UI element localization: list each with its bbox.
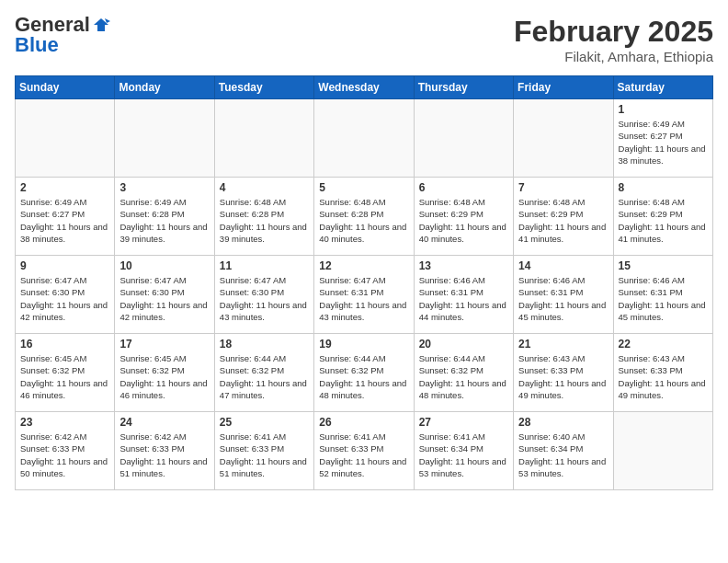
calendar-cell: 7Sunrise: 6:48 AMSunset: 6:29 PMDaylight… — [514, 178, 613, 256]
calendar-cell: 1Sunrise: 6:49 AMSunset: 6:27 PMDaylight… — [613, 99, 712, 178]
weekday-header-friday: Friday — [514, 76, 613, 99]
day-info: Sunrise: 6:42 AMSunset: 6:33 PMDaylight:… — [20, 431, 109, 479]
day-number: 24 — [119, 416, 209, 429]
day-info: Sunrise: 6:40 AMSunset: 6:34 PMDaylight:… — [518, 431, 608, 479]
calendar-cell: 24Sunrise: 6:42 AMSunset: 6:33 PMDayligh… — [115, 412, 214, 490]
calendar-cell: 17Sunrise: 6:45 AMSunset: 6:32 PMDayligh… — [115, 334, 214, 412]
day-info: Sunrise: 6:47 AMSunset: 6:30 PMDaylight:… — [119, 274, 209, 323]
weekday-header-saturday: Saturday — [613, 76, 712, 99]
day-number: 7 — [518, 181, 608, 194]
week-row-5: 23Sunrise: 6:42 AMSunset: 6:33 PMDayligh… — [16, 412, 713, 490]
calendar-cell: 12Sunrise: 6:47 AMSunset: 6:31 PMDayligh… — [314, 256, 414, 334]
calendar-cell: 2Sunrise: 6:49 AMSunset: 6:27 PMDaylight… — [16, 178, 115, 256]
day-info: Sunrise: 6:43 AMSunset: 6:33 PMDaylight:… — [518, 352, 608, 401]
calendar-cell: 22Sunrise: 6:43 AMSunset: 6:33 PMDayligh… — [613, 334, 712, 412]
day-info: Sunrise: 6:44 AMSunset: 6:32 PMDaylight:… — [319, 352, 408, 401]
day-info: Sunrise: 6:49 AMSunset: 6:28 PMDaylight:… — [119, 196, 209, 245]
calendar-cell: 3Sunrise: 6:49 AMSunset: 6:28 PMDaylight… — [115, 178, 214, 256]
week-row-3: 9Sunrise: 6:47 AMSunset: 6:30 PMDaylight… — [16, 256, 713, 334]
day-info: Sunrise: 6:46 AMSunset: 6:31 PMDaylight:… — [518, 274, 608, 323]
day-info: Sunrise: 6:48 AMSunset: 6:29 PMDaylight:… — [619, 196, 708, 245]
day-number: 16 — [20, 338, 109, 350]
day-number: 13 — [419, 259, 508, 272]
week-row-4: 16Sunrise: 6:45 AMSunset: 6:32 PMDayligh… — [16, 334, 713, 412]
weekday-header-wednesday: Wednesday — [314, 76, 414, 99]
day-number: 6 — [419, 181, 508, 194]
day-number: 22 — [619, 338, 708, 350]
calendar-cell: 23Sunrise: 6:42 AMSunset: 6:33 PMDayligh… — [16, 412, 115, 490]
logo: General Blue — [15, 15, 110, 55]
day-info: Sunrise: 6:41 AMSunset: 6:34 PMDaylight:… — [419, 431, 508, 479]
day-number: 14 — [518, 259, 608, 272]
weekday-header-tuesday: Tuesday — [214, 76, 313, 99]
day-info: Sunrise: 6:48 AMSunset: 6:28 PMDaylight:… — [319, 196, 408, 245]
day-number: 25 — [220, 416, 309, 429]
day-number: 12 — [319, 259, 408, 272]
day-info: Sunrise: 6:44 AMSunset: 6:32 PMDaylight:… — [220, 352, 309, 401]
day-number: 23 — [20, 416, 109, 429]
day-number: 8 — [619, 181, 708, 194]
day-number: 28 — [518, 416, 608, 429]
day-number: 5 — [319, 181, 408, 194]
calendar-cell: 6Sunrise: 6:48 AMSunset: 6:29 PMDaylight… — [414, 178, 513, 256]
day-info: Sunrise: 6:46 AMSunset: 6:31 PMDaylight:… — [619, 274, 708, 323]
day-info: Sunrise: 6:43 AMSunset: 6:33 PMDaylight:… — [619, 352, 708, 401]
calendar-cell — [414, 99, 513, 178]
calendar-cell: 8Sunrise: 6:48 AMSunset: 6:29 PMDaylight… — [613, 178, 712, 256]
day-number: 11 — [220, 259, 309, 272]
calendar-cell: 4Sunrise: 6:48 AMSunset: 6:28 PMDaylight… — [214, 178, 313, 256]
calendar-cell: 5Sunrise: 6:48 AMSunset: 6:28 PMDaylight… — [314, 178, 414, 256]
calendar-cell: 13Sunrise: 6:46 AMSunset: 6:31 PMDayligh… — [414, 256, 513, 334]
day-number: 19 — [319, 338, 408, 350]
day-info: Sunrise: 6:41 AMSunset: 6:33 PMDaylight:… — [319, 431, 408, 479]
day-number: 21 — [518, 338, 608, 350]
calendar-cell: 28Sunrise: 6:40 AMSunset: 6:34 PMDayligh… — [514, 412, 613, 490]
day-info: Sunrise: 6:48 AMSunset: 6:29 PMDaylight:… — [419, 196, 508, 245]
calendar-cell: 16Sunrise: 6:45 AMSunset: 6:32 PMDayligh… — [16, 334, 115, 412]
day-number: 1 — [619, 103, 708, 116]
calendar-cell: 10Sunrise: 6:47 AMSunset: 6:30 PMDayligh… — [115, 256, 214, 334]
weekday-header-sunday: Sunday — [16, 76, 115, 99]
calendar-cell — [115, 99, 214, 178]
day-info: Sunrise: 6:49 AMSunset: 6:27 PMDaylight:… — [619, 118, 708, 167]
day-number: 15 — [619, 259, 708, 272]
day-info: Sunrise: 6:42 AMSunset: 6:33 PMDaylight:… — [119, 431, 209, 479]
day-number: 20 — [419, 338, 508, 350]
day-number: 27 — [419, 416, 508, 429]
calendar-cell — [214, 99, 313, 178]
day-info: Sunrise: 6:47 AMSunset: 6:30 PMDaylight:… — [220, 274, 309, 323]
calendar-cell: 11Sunrise: 6:47 AMSunset: 6:30 PMDayligh… — [214, 256, 313, 334]
calendar-cell: 15Sunrise: 6:46 AMSunset: 6:31 PMDayligh… — [613, 256, 712, 334]
calendar-cell: 21Sunrise: 6:43 AMSunset: 6:33 PMDayligh… — [514, 334, 613, 412]
calendar-cell: 9Sunrise: 6:47 AMSunset: 6:30 PMDaylight… — [16, 256, 115, 334]
day-info: Sunrise: 6:45 AMSunset: 6:32 PMDaylight:… — [20, 352, 109, 401]
calendar-cell: 18Sunrise: 6:44 AMSunset: 6:32 PMDayligh… — [214, 334, 313, 412]
day-number: 18 — [220, 338, 309, 350]
calendar-table: SundayMondayTuesdayWednesdayThursdayFrid… — [15, 75, 713, 490]
calendar-cell — [613, 412, 712, 490]
day-info: Sunrise: 6:49 AMSunset: 6:27 PMDaylight:… — [20, 196, 109, 245]
week-row-2: 2Sunrise: 6:49 AMSunset: 6:27 PMDaylight… — [16, 178, 713, 256]
day-number: 9 — [20, 259, 109, 272]
day-number: 4 — [220, 181, 309, 194]
calendar-cell — [314, 99, 414, 178]
week-row-1: 1Sunrise: 6:49 AMSunset: 6:27 PMDaylight… — [16, 99, 713, 178]
day-number: 3 — [119, 181, 209, 194]
day-info: Sunrise: 6:41 AMSunset: 6:33 PMDaylight:… — [220, 431, 309, 479]
page-header: General Blue February 2025 Filakit, Amha… — [15, 15, 713, 64]
calendar-subtitle: Filakit, Amhara, Ethiopia — [514, 49, 713, 64]
logo-blue: Blue — [15, 35, 59, 55]
calendar-cell: 19Sunrise: 6:44 AMSunset: 6:32 PMDayligh… — [314, 334, 414, 412]
svg-marker-1 — [105, 18, 110, 23]
logo-general: General — [15, 15, 90, 35]
day-info: Sunrise: 6:47 AMSunset: 6:30 PMDaylight:… — [20, 274, 109, 323]
day-info: Sunrise: 6:44 AMSunset: 6:32 PMDaylight:… — [419, 352, 508, 401]
calendar-cell: 20Sunrise: 6:44 AMSunset: 6:32 PMDayligh… — [414, 334, 513, 412]
day-info: Sunrise: 6:46 AMSunset: 6:31 PMDaylight:… — [419, 274, 508, 323]
day-number: 2 — [20, 181, 109, 194]
day-number: 17 — [119, 338, 209, 350]
weekday-header-monday: Monday — [115, 76, 214, 99]
calendar-cell: 27Sunrise: 6:41 AMSunset: 6:34 PMDayligh… — [414, 412, 513, 490]
day-info: Sunrise: 6:45 AMSunset: 6:32 PMDaylight:… — [119, 352, 209, 401]
day-info: Sunrise: 6:48 AMSunset: 6:28 PMDaylight:… — [220, 196, 309, 245]
